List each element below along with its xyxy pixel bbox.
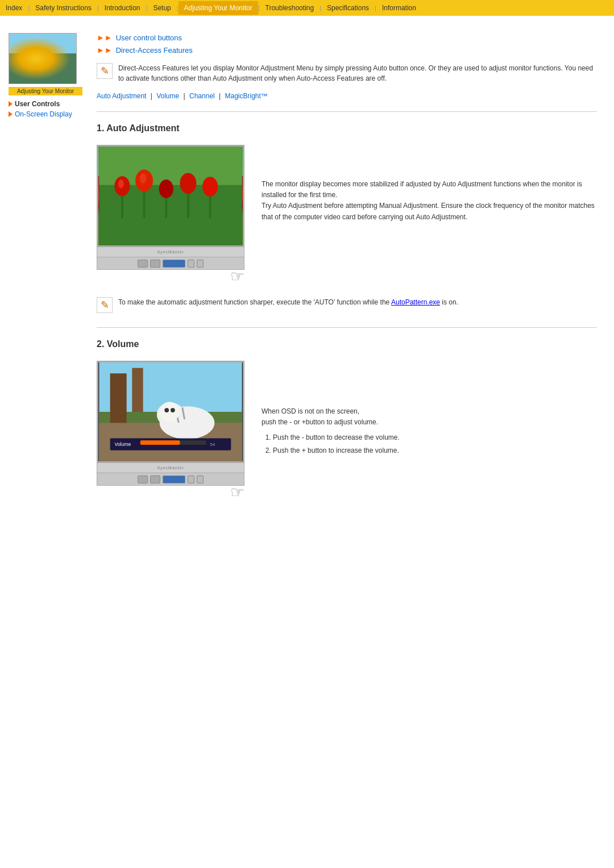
sidebar: Adjusting Your Monitor User Controls On-…	[0, 27, 91, 524]
volume-list-item-1: Push the - button to decrease the volume…	[273, 432, 597, 443]
link-user-control-buttons[interactable]: User control buttons	[116, 34, 182, 42]
nav-troubleshoot[interactable]: Troubleshooting	[260, 1, 320, 15]
monitor-btn-small-3[interactable]	[188, 475, 194, 483]
monitor-screen-1	[97, 145, 244, 247]
double-arrow-icon-2: ►►	[97, 45, 113, 55]
quick-link-auto-adjustment[interactable]: Auto Adjustment	[97, 92, 146, 100]
monitor-base-label-1: SyncMaster	[157, 250, 184, 254]
svg-point-25	[171, 408, 175, 412]
quick-links: Auto Adjustment | Volume | Channel | Mag…	[97, 92, 597, 100]
tiger-svg: Volume 54	[98, 362, 243, 461]
svg-text:Volume: Volume	[114, 441, 131, 447]
tiger-scene: Volume 54	[98, 362, 243, 461]
monitor-btn-gray-1[interactable]	[138, 260, 148, 268]
sidebar-link-user-controls[interactable]: User Controls	[9, 100, 82, 108]
quick-link-sep-3: |	[219, 92, 222, 100]
monitor-btn-gray-3[interactable]	[138, 475, 148, 483]
section-1-title: Auto Adjustment	[106, 123, 179, 133]
link-item-direct-access: ►► Direct-Access Features	[97, 45, 597, 55]
arrow-icon-2	[9, 111, 13, 117]
sidebar-nav-osd[interactable]: On-Screen Display	[9, 110, 82, 118]
monitor-btn-small-4[interactable]	[197, 475, 204, 483]
svg-point-23	[160, 402, 180, 422]
svg-point-11	[202, 177, 218, 197]
monitor-btn-gray-4[interactable]	[150, 475, 160, 483]
main-container: Adjusting Your Monitor User Controls On-…	[0, 16, 614, 536]
section-2-content: Volume 54 SyncMaster	[97, 361, 597, 502]
nav-bar: Index | Safety Instructions | Introducti…	[0, 0, 614, 16]
section-2-desc-text: When OSD is not on the screen,push the -…	[262, 406, 597, 428]
monitor-btn-small-2[interactable]	[197, 260, 204, 268]
nav-adjusting[interactable]: Adjusting Your Monitor	[179, 1, 258, 15]
monitor-btn-blue-2[interactable]	[163, 475, 185, 483]
svg-rect-29	[140, 440, 180, 445]
note-text: Direct-Access Features let you display M…	[118, 63, 597, 84]
nav-index[interactable]: Index	[0, 1, 28, 15]
quick-link-sep-1: |	[151, 92, 154, 100]
sidebar-image-label: Adjusting Your Monitor	[9, 87, 82, 95]
monitor-btn-small-1[interactable]	[188, 260, 194, 268]
svg-text:54: 54	[210, 442, 215, 447]
section-1-content: SyncMaster ☞ The monitor display becomes…	[97, 145, 597, 286]
nav-specs[interactable]: Specifications	[321, 1, 375, 15]
section-1-heading: 1. Auto Adjustment	[97, 123, 597, 133]
cursor-hand-1: ☞	[97, 267, 244, 286]
nav-info[interactable]: Information	[376, 1, 422, 15]
tulips-svg	[98, 147, 243, 245]
section-1-number: 1.	[97, 123, 106, 133]
sidebar-label-user-controls: User Controls	[15, 100, 60, 108]
quick-link-channel[interactable]: Channel	[189, 92, 215, 100]
link-item-user-controls: ►► User control buttons	[97, 33, 597, 42]
svg-rect-17	[110, 373, 127, 423]
quick-link-volume[interactable]: Volume	[156, 92, 179, 100]
link-direct-access[interactable]: Direct-Access Features	[116, 46, 193, 55]
nav-safety[interactable]: Safety Instructions	[30, 1, 97, 15]
sidebar-label-osd: On-Screen Display	[15, 110, 72, 118]
tulips-image	[98, 147, 243, 245]
note-box: Direct-Access Features let you display M…	[97, 63, 597, 84]
monitor-base-label-2: SyncMaster	[157, 466, 184, 470]
monitor-mockup-1: SyncMaster ☞	[97, 145, 244, 286]
svg-point-12	[118, 180, 124, 188]
monitor-btn-blue-1[interactable]	[163, 260, 185, 268]
section-2-number: 2.	[97, 339, 107, 349]
section-1-desc: The monitor display becomes more stabili…	[262, 145, 597, 223]
sidebar-image	[9, 33, 77, 84]
nav-setup[interactable]: Setup	[147, 1, 176, 15]
svg-point-9	[159, 180, 173, 198]
monitor-mockup-2: Volume 54 SyncMaster	[97, 361, 244, 502]
section-1-desc-text: The monitor display becomes more stabili…	[262, 180, 595, 221]
sidebar-image-decoration	[9, 34, 76, 84]
section-1-note-icon	[97, 297, 113, 313]
section-2-desc: When OSD is not on the screen,push the -…	[262, 361, 597, 458]
arrow-icon	[9, 101, 13, 107]
svg-point-10	[180, 173, 196, 194]
monitor-base-2: SyncMaster	[97, 463, 244, 473]
svg-point-13	[140, 173, 147, 183]
double-arrow-icon-1: ►►	[97, 33, 113, 42]
note-icon	[97, 63, 113, 79]
quick-link-sep-2: |	[184, 92, 187, 100]
monitor-base-1: SyncMaster	[97, 247, 244, 257]
section-2-title: Volume	[107, 339, 139, 349]
volume-list-item-2: Push the + button to increase the volume…	[273, 445, 597, 456]
quick-link-magicbright[interactable]: MagicBright™	[225, 92, 268, 100]
monitor-screen-2: Volume 54	[97, 361, 244, 463]
nav-intro[interactable]: Introduction	[99, 1, 146, 15]
section-2-heading: 2. Volume	[97, 339, 597, 349]
cursor-hand-2: ☞	[97, 483, 244, 502]
sidebar-nav-user-controls[interactable]: User Controls	[9, 100, 82, 108]
divider-2	[97, 327, 597, 328]
section-1-note: To make the automatic adjustment functio…	[97, 297, 597, 313]
volume-list: Push the - button to decrease the volume…	[262, 432, 597, 456]
top-links: ►► User control buttons ►► Direct-Access…	[97, 33, 597, 55]
section-1-note-text: To make the automatic adjustment functio…	[118, 297, 458, 307]
sidebar-link-osd[interactable]: On-Screen Display	[9, 110, 82, 118]
svg-point-24	[164, 408, 169, 412]
divider-1	[97, 111, 597, 112]
monitor-btn-gray-2[interactable]	[150, 260, 160, 268]
content-area: ►► User control buttons ►► Direct-Access…	[91, 27, 614, 524]
svg-rect-18	[132, 368, 143, 412]
autopattern-link[interactable]: AutoPattern.exe	[391, 298, 440, 306]
sidebar-nav: User Controls On-Screen Display	[9, 100, 82, 118]
